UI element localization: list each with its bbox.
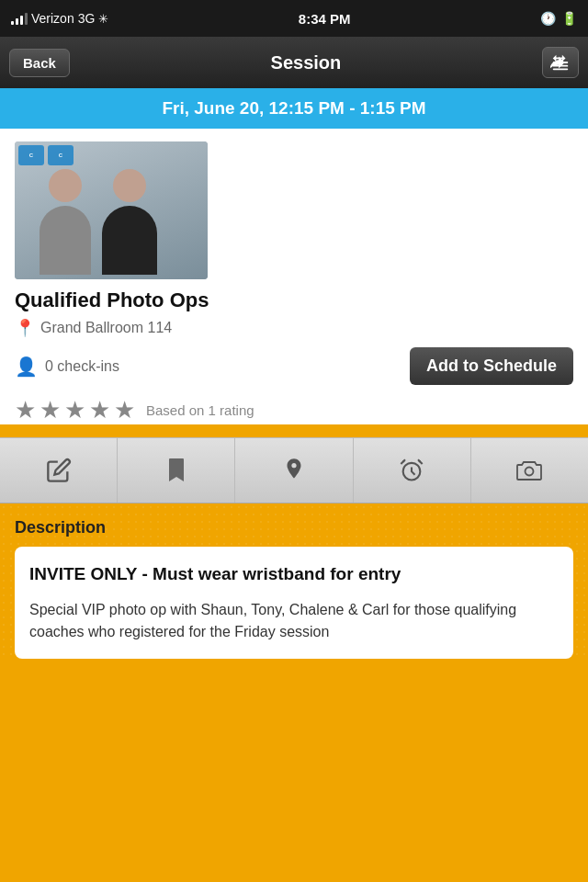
rating-row: ★ ★ ★ ★ ★ Based on 1 rating [15, 396, 573, 424]
person-silhouette-1 [33, 169, 97, 270]
person-silhouette-2 [97, 169, 162, 270]
status-right: 🕐 🔋 [540, 11, 577, 26]
star-2[interactable]: ★ [40, 396, 61, 424]
checkin-schedule-row: 👤 0 check-ins Add to Schedule [15, 347, 573, 385]
location-row: 📍 Grand Ballroom 114 [15, 318, 573, 338]
bookmark-icon [165, 457, 187, 484]
back-button[interactable]: Back [9, 49, 70, 77]
svg-point-4 [526, 468, 534, 476]
map-pin-icon [282, 457, 306, 484]
signal-bars-icon [11, 12, 28, 25]
star-rating[interactable]: ★ ★ ★ ★ ★ [15, 396, 135, 424]
photo-placeholder: C C [15, 141, 208, 279]
description-card-body: Special VIP photo op with Shaun, Tony, C… [29, 599, 559, 645]
camera-icon [515, 458, 543, 482]
photo-logos: C C [18, 145, 74, 165]
checkin-count: 0 check-ins [45, 358, 119, 375]
checkin-info: 👤 0 check-ins [15, 356, 119, 378]
logo-badge-1: C [18, 145, 44, 165]
star-4[interactable]: ★ [89, 396, 110, 424]
nav-bar: Back Session [0, 37, 588, 88]
bookmark-toolbar-item[interactable] [118, 438, 235, 503]
description-label: Description [15, 518, 573, 537]
activity-icon: ✳ [98, 12, 108, 26]
share-button[interactable] [542, 47, 579, 78]
status-time: 8:34 PM [299, 11, 351, 27]
alarm-toolbar-item[interactable] [354, 438, 471, 503]
yellow-content-area: Description INVITE ONLY - Must wear wris… [0, 503, 588, 659]
star-1[interactable]: ★ [15, 396, 36, 424]
clock-icon: 🕐 [540, 11, 556, 26]
date-label: Fri, June 20, 12:15 PM - 1:15 PM [162, 98, 425, 119]
alarm-icon [399, 458, 424, 483]
add-to-schedule-button[interactable]: Add to Schedule [410, 347, 573, 385]
map-pin-toolbar-item[interactable] [235, 438, 353, 503]
status-left: Verizon 3G ✳ [11, 11, 108, 26]
session-title: Qualified Photo Ops [15, 288, 573, 312]
network-type-label: 3G [78, 11, 96, 26]
logo-badge-2: C [48, 145, 74, 165]
location-text: Grand Ballroom 114 [40, 320, 172, 336]
rating-text: Based on 1 rating [146, 402, 254, 418]
content-card: C C Qualified Photo Ops 📍 Grand Ballroom… [0, 129, 588, 424]
star-5[interactable]: ★ [114, 396, 135, 424]
person-icon: 👤 [15, 356, 38, 378]
svg-rect-2 [553, 68, 569, 70]
location-marker-icon: 📍 [15, 318, 35, 338]
carrier-label: Verizon [31, 11, 74, 26]
edit-icon [46, 458, 72, 483]
camera-toolbar-item[interactable] [471, 438, 588, 503]
nav-title: Session [271, 52, 342, 74]
description-card: INVITE ONLY - Must wear wristband for en… [15, 547, 573, 659]
star-3[interactable]: ★ [64, 396, 85, 424]
toolbar [0, 437, 588, 503]
status-bar: Verizon 3G ✳ 8:34 PM 🕐 🔋 [0, 0, 588, 37]
session-image: C C [15, 141, 208, 279]
edit-toolbar-item[interactable] [0, 438, 118, 503]
battery-icon: 🔋 [561, 11, 577, 26]
share-icon [550, 52, 571, 73]
date-header: Fri, June 20, 12:15 PM - 1:15 PM [0, 88, 588, 129]
description-card-title: INVITE ONLY - Must wear wristband for en… [29, 561, 559, 588]
